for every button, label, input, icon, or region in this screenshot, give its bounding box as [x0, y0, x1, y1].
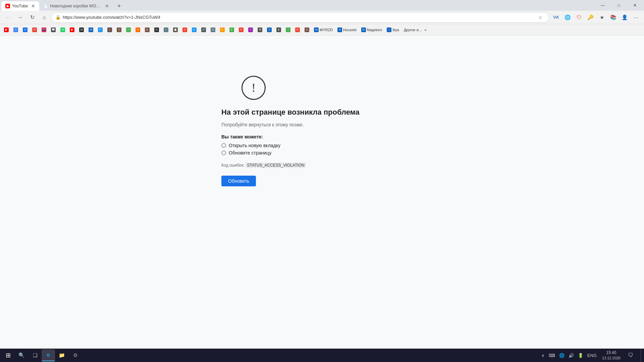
tab-youtube[interactable]: ▶ YouTube ✕ [1, 1, 39, 11]
bookmark-item[interactable]: 💬 [49, 26, 58, 33]
extension1-button[interactable]: 🛡 [574, 12, 584, 23]
bookmark-item[interactable]: M [77, 26, 86, 33]
refresh-nav-button[interactable]: ↻ [27, 12, 38, 23]
wot-favicon-icon: 📄 [43, 4, 48, 8]
error-option-1: Открыть новую вкладку [221, 143, 280, 148]
bookmark-item[interactable]: D [143, 26, 152, 33]
refresh-page-button[interactable]: Обновить [221, 176, 256, 186]
edge-browser-icon: e [47, 352, 50, 358]
tray-volume-icon[interactable]: 🔊 [567, 352, 575, 359]
notification-center-button[interactable]: 🗨 [625, 349, 637, 361]
bookmark-item[interactable]: ● [274, 26, 283, 33]
error-option-1-label: Открыть новую вкладку [229, 143, 280, 148]
exclamation-mark-icon: ! [252, 82, 256, 94]
radio-dot-2-icon [221, 150, 226, 155]
bookmark-item[interactable]: X [180, 26, 189, 33]
favorites-button[interactable]: ★ [596, 12, 607, 23]
bookmark-nagotoro[interactable]: M Nagotoro [359, 26, 384, 33]
forward-button[interactable]: → [15, 12, 25, 23]
maximize-button[interactable]: □ [611, 0, 627, 11]
bookmark-iliya[interactable]: I Iliya [385, 26, 401, 33]
bookmark-item[interactable]: 🔗 [199, 26, 208, 33]
bookmark-more[interactable]: Другое избранное » [402, 27, 429, 33]
bookmark-item[interactable]: D [190, 26, 199, 33]
bookmark-item[interactable]: E [218, 26, 227, 33]
youtube-favicon-icon: ▶ [5, 4, 10, 8]
tray-battery-icon[interactable]: 🔋 [577, 352, 585, 359]
tray-chevron-icon[interactable]: ∧ [540, 352, 546, 359]
bookmark-item[interactable]: G [209, 26, 217, 33]
task-view-button[interactable]: ❑ [28, 349, 42, 361]
bookmark-item[interactable]: ✓ [124, 26, 133, 33]
task-view-icon: ❑ [33, 352, 37, 358]
bookmark-item[interactable]: ▶ [68, 26, 76, 33]
error-options-title: Вы также можете: [221, 134, 263, 139]
minimize-button[interactable]: — [595, 0, 610, 11]
tray-clock[interactable]: 15:40 13.12.2020 [599, 350, 623, 360]
home-button[interactable]: ⌂ [39, 12, 50, 23]
menu-button[interactable]: ⋯ [631, 12, 641, 23]
new-tab-button[interactable]: + [114, 1, 124, 11]
title-bar: ▶ YouTube ✕ 📄 Новогодние коробки WOT 202… [0, 0, 644, 11]
translate-button[interactable]: 🌐 [562, 12, 573, 23]
bookmark-houseki[interactable]: H Houseki [335, 26, 359, 33]
tab-wot-close-icon[interactable]: ✕ [105, 4, 109, 8]
bookmark-item[interactable]: 📋 [171, 26, 180, 33]
bookmark-item[interactable]: D [152, 26, 161, 33]
error-container: ! На этой странице возникла проблема Поп… [221, 76, 423, 186]
taskbar-file-explorer[interactable]: 📁 [55, 349, 68, 361]
bookmark-item[interactable]: Z [265, 26, 274, 33]
bookmark-item[interactable]: ⚙ [256, 26, 264, 33]
taskbar-search-button[interactable]: 🔍 [15, 349, 28, 361]
window-controls: — □ ✕ [595, 0, 643, 11]
bookmark-item[interactable]: W [58, 26, 67, 33]
error-option-2: Обновите страницу [221, 150, 271, 156]
bookmark-item[interactable]: G [21, 26, 30, 33]
bookmark-item[interactable]: R [293, 26, 302, 33]
bookmark-item[interactable]: E [227, 26, 236, 33]
error-option-2-label: Обновите страницу [229, 150, 271, 156]
tray-keyboard-icon[interactable]: ⌨ [547, 352, 556, 359]
tray-network-icon[interactable]: 🌐 [558, 352, 566, 359]
bookmark-item[interactable]: M [87, 26, 95, 33]
tab-youtube-close-icon[interactable]: ✕ [31, 4, 35, 8]
address-input[interactable] [63, 15, 534, 20]
taskbar-edge[interactable]: e [42, 349, 55, 361]
navigation-bar: ← → ↻ ⌂ 🔒 ☆ VK 🌐 🛡 🔑 ★ 📚 👤 ⋯ [0, 11, 644, 24]
bookmark-houseki-label: Houseki [343, 28, 357, 32]
taskbar-settings[interactable]: ⚙ [68, 349, 82, 361]
bookmark-item[interactable]: 🔖 [105, 26, 114, 33]
star-button[interactable]: ☆ [536, 13, 545, 22]
bookmark-item[interactable]: P [96, 26, 105, 33]
error-icon: ! [241, 76, 266, 100]
bookmark-item[interactable]: ▶ [2, 26, 11, 33]
bookmark-item[interactable]: G [11, 26, 20, 33]
bookmark-item[interactable]: F [237, 26, 246, 33]
collections-button[interactable]: 📚 [608, 12, 619, 23]
bookmark-item[interactable]: + [284, 26, 292, 33]
tray-language-label[interactable]: ENG [586, 352, 598, 359]
browser-actions: VK 🌐 🛡 🔑 ★ 📚 👤 ⋯ [551, 12, 641, 23]
close-button[interactable]: ✕ [627, 0, 643, 11]
start-button[interactable]: ⊞ [1, 349, 15, 361]
error-title: На этой странице возникла проблема [221, 108, 360, 117]
bookmark-item[interactable]: S [303, 26, 311, 33]
show-desktop-button[interactable] [641, 349, 643, 362]
bookmark-item[interactable]: 📷 [40, 26, 48, 33]
profile-button[interactable]: 👤 [619, 12, 630, 23]
settings-gear-icon: ⚙ [73, 352, 77, 358]
browser-frame: ▶ YouTube ✕ 📄 Новогодние коробки WOT 202… [0, 0, 644, 362]
back-button[interactable]: ← [3, 12, 13, 23]
bookmark-nagotoro-label: Nagotoro [367, 28, 382, 32]
bookmark-item[interactable]: Y [246, 26, 255, 33]
bookmark-item[interactable]: A [133, 26, 142, 33]
tab-wot[interactable]: 📄 Новогодние коробки WOT 202… ✕ [39, 1, 113, 11]
extension2-button[interactable]: 🔑 [585, 12, 596, 23]
bookmark-myrzd[interactable]: M MYRZD [312, 26, 335, 33]
vk-button[interactable]: VK [551, 12, 561, 23]
bookmark-item[interactable]: i [162, 26, 170, 33]
bookmark-item[interactable]: T [115, 26, 123, 33]
address-bar[interactable]: 🔒 ☆ [51, 12, 549, 23]
bookmarks-bar: ▶ G G ✉ 📷 💬 W ▶ M M P 🔖 T ✓ A D D i 📋 X … [0, 24, 644, 36]
bookmark-item[interactable]: ✉ [30, 26, 39, 33]
